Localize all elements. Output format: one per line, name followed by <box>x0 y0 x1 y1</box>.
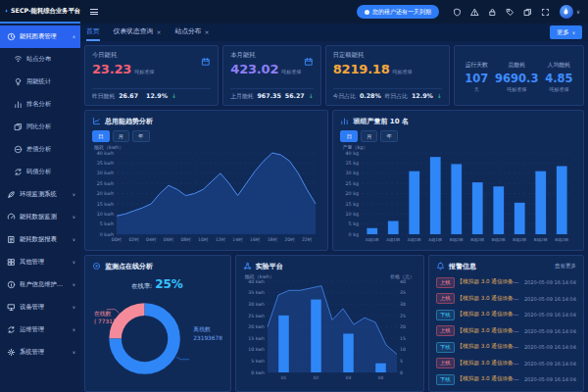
chevron-icon: ∨ <box>73 350 75 355</box>
sidebar-item-2[interactable]: 能耗数据监测∨ <box>0 206 80 228</box>
range-tab[interactable]: 月 <box>361 130 378 142</box>
avatar[interactable] <box>560 5 573 19</box>
summary-value: 107 <box>465 72 488 85</box>
range-tab[interactable]: 日 <box>340 130 358 142</box>
svg-text:25 kg: 25 kg <box>346 181 359 186</box>
fullscreen-icon[interactable] <box>541 8 550 17</box>
tab-1[interactable]: 仪表状态查询× <box>114 24 162 41</box>
alarm-row-1[interactable]: 上线【模拟器 3.0 通信设备】模拟器 3.0...2020-05-09 16:… <box>436 292 576 306</box>
summary-value: 4.85 <box>545 72 572 85</box>
stat-value: 23.23 <box>92 62 131 76</box>
status-badge: 上线 <box>436 358 455 368</box>
chevron-down-icon[interactable]: ∨ <box>576 9 580 15</box>
svg-text:35: 35 <box>400 290 406 295</box>
warning-icon[interactable] <box>470 8 479 17</box>
summary-value: 9690.3 <box>495 72 538 85</box>
svg-text:15 kwh: 15 kwh <box>97 202 114 207</box>
stat-footer: 上月能耗967.35 56.27 ↓ <box>230 88 313 101</box>
view-more-link[interactable]: 查看更多 <box>555 263 576 270</box>
footer-label: 昨日能耗 <box>92 92 115 101</box>
sidebar-subitem-0-3[interactable]: 同比分析 <box>0 116 80 138</box>
alarm-row-5[interactable]: 上线【模拟器 3.0 通信设备】模拟器 3.0...2020-05-09 16:… <box>436 357 576 370</box>
sidebar-item-1[interactable]: 环境监测系统∨ <box>0 183 80 206</box>
status-badge: 下线 <box>436 342 455 353</box>
trend-range-tabs: 日月年 <box>92 130 320 142</box>
alarm-row-0[interactable]: 上线【模拟器 3.0 通信设备】模拟器 3.0...2020-05-09 16:… <box>436 275 576 289</box>
sidebar-subitem-0-5[interactable]: 码值分析 <box>0 161 80 183</box>
svg-text:40 kwh: 40 kwh <box>97 151 114 156</box>
panel-title: 班组产量前 10 名 <box>353 117 409 126</box>
tenant-notice-button[interactable]: 您的租户还有一天到期 <box>357 5 439 19</box>
alarm-row-4[interactable]: 下线【模拟器 3.0 通信设备】模拟器 3.0...2020-05-09 16:… <box>436 340 576 354</box>
flame-logo-icon <box>5 6 8 16</box>
svg-text:15 kwh: 15 kwh <box>248 336 265 341</box>
alarm-row-6[interactable]: 下线【模拟器 3.0 通信设备】模拟器 3.0...2020-05-09 16:… <box>436 372 576 386</box>
sidebar-item-6[interactable]: 设备管理∨ <box>0 296 80 318</box>
trend-down-icon: ↓ <box>437 92 442 99</box>
alarm-time: 2020-05-09 16:14:04 <box>524 312 576 318</box>
avatar-flame-icon <box>563 8 569 16</box>
svg-text:0 kwh: 0 kwh <box>251 370 265 375</box>
sidebar-subitem-0-4[interactable]: 差值分析 <box>0 138 80 161</box>
site-icon <box>14 55 23 64</box>
chevron-icon: ∨ <box>73 215 75 220</box>
close-icon[interactable]: × <box>156 28 161 35</box>
brand[interactable]: SECP-能耗综合业务平台 <box>0 0 80 24</box>
alarm-text: 【模拟器 3.0 通信设备】模拟器 3.0... <box>458 327 521 335</box>
brand-title: SECP-能耗综合业务平台 <box>11 7 80 16</box>
alarm-time: 2020-05-09 16:14:04 <box>524 328 576 334</box>
minus-icon <box>14 145 23 154</box>
bars-icon <box>14 100 23 109</box>
range-tab[interactable]: 月 <box>113 130 130 142</box>
alarm-row-3[interactable]: 上线【模拟器 3.0 通信设备】模拟器 3.0...2020-05-09 16:… <box>436 324 576 338</box>
menu-toggle-icon[interactable] <box>90 9 98 15</box>
sidebar-subitem-0-0[interactable]: 站点分布 <box>0 48 80 71</box>
svg-text:0: 0 <box>400 370 403 375</box>
sidebar-subitem-0-2[interactable]: 排名分析 <box>0 93 80 116</box>
monitor-icon <box>7 303 16 312</box>
footer-label: 今日占比 <box>333 92 356 101</box>
footer-value: 967.35 <box>257 92 280 99</box>
gear-icon <box>7 348 16 357</box>
lock-icon[interactable] <box>488 8 497 17</box>
tab-0[interactable]: 首页 <box>86 24 100 41</box>
svg-text:20时: 20时 <box>284 237 295 242</box>
svg-text:A组1班: A组1班 <box>408 237 422 242</box>
sidebar-subitem-0-1[interactable]: 用能统计 <box>0 71 80 93</box>
sidebar-item-0[interactable]: 能耗图表管理∧ <box>0 25 80 48</box>
footer-value: 12.9% <box>146 92 168 99</box>
more-button[interactable]: 更多∨ <box>550 25 582 39</box>
alarm-row-2[interactable]: 下线【模拟器 3.0 通信设备】模拟器 3.0...2020-05-09 16:… <box>436 308 576 321</box>
ranking-panel: 班组产量前 10 名 日月年 产量（kg） 0 kg5 kg10 kg15 kg… <box>332 110 584 251</box>
svg-text:B组2班: B组2班 <box>556 237 570 242</box>
clock-icon <box>7 32 16 41</box>
footer-value: 56.27 <box>285 92 305 99</box>
svg-text:10: 10 <box>400 347 406 352</box>
chevron-icon: ∨ <box>73 305 75 310</box>
sidebar-item-4[interactable]: 其他管理∨ <box>0 251 80 273</box>
chevron-icon: ∨ <box>73 192 75 197</box>
shield-icon[interactable] <box>453 8 462 17</box>
copy-icon[interactable] <box>523 8 532 17</box>
chevron-icon: ∨ <box>73 260 75 265</box>
alarm-list: 上线【模拟器 3.0 通信设备】模拟器 3.0...2020-05-09 16:… <box>436 275 576 386</box>
stat-card-quota: 日定额能耗 8219.18吨标准煤 今日占比0.28% 昨日占比12.9% ↓ <box>325 45 450 106</box>
svg-text:16时: 16时 <box>250 237 261 242</box>
y-axis-label-right: 价格（元） <box>390 273 415 279</box>
ranking-range-tabs: 日月年 <box>340 130 576 142</box>
sidebar-item-3[interactable]: 能耗数据报表∨ <box>0 228 80 251</box>
svg-text:B组2班: B组2班 <box>492 237 507 242</box>
svg-text:25 kwh: 25 kwh <box>248 314 265 318</box>
sidebar-item-7[interactable]: 运维管理∨ <box>0 318 80 341</box>
alarm-text: 【模拟器 3.0 通信设备】模拟器 3.0... <box>458 343 521 351</box>
tag-icon[interactable] <box>506 8 514 17</box>
sidebar-item-5[interactable]: 租户信息维护管理∨ <box>0 273 80 296</box>
tab-2[interactable]: 站点分布× <box>174 24 209 41</box>
svg-text:20 kwh: 20 kwh <box>97 191 114 196</box>
range-tab[interactable]: 年 <box>380 130 398 142</box>
range-tab[interactable]: 日 <box>92 130 110 142</box>
close-icon[interactable]: × <box>205 28 210 35</box>
summary-label: 运行天数 <box>465 61 488 70</box>
sidebar-item-8[interactable]: 系统管理∨ <box>0 341 80 364</box>
range-tab[interactable]: 年 <box>132 130 150 142</box>
